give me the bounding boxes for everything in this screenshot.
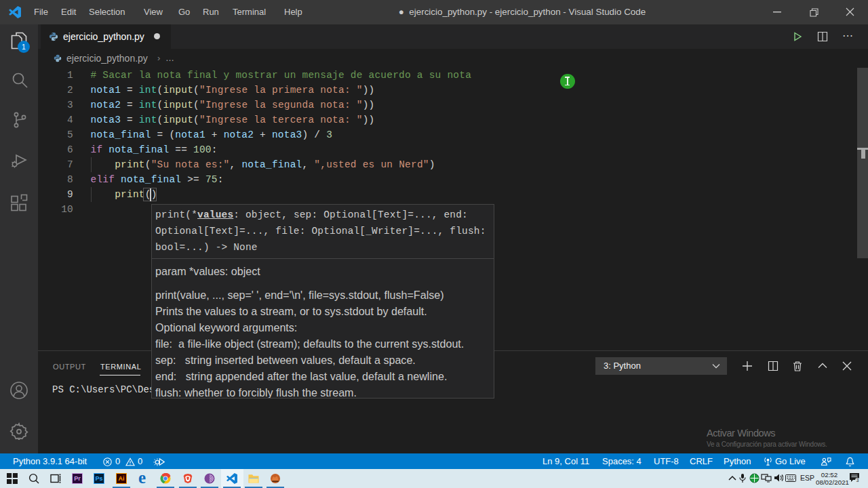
svg-text:3: 3 (856, 478, 859, 483)
